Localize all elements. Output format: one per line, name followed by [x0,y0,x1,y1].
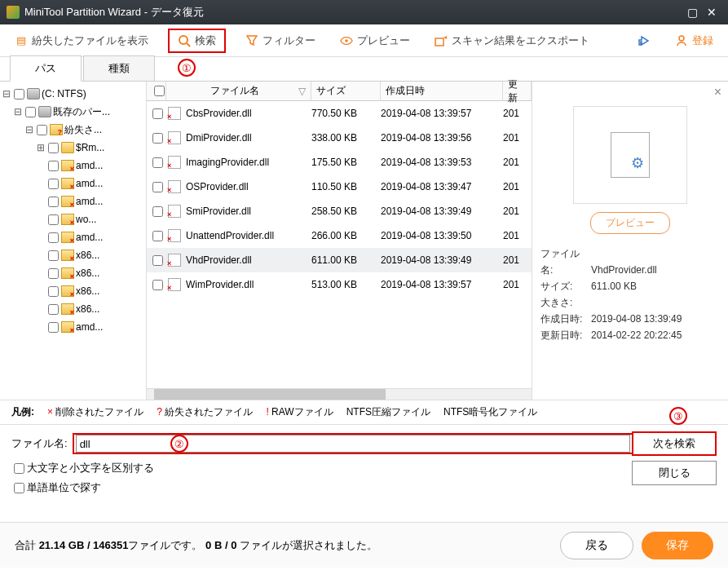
tree-checkbox[interactable] [48,214,59,225]
row-checkbox[interactable] [152,206,163,217]
expander-icon[interactable]: ⊞ [36,142,46,153]
search-close-button[interactable]: 閉じる [632,461,717,485]
whole-word-checkbox[interactable] [14,483,24,493]
file-row[interactable]: SmiProvider.dll258.50 KB2019-04-08 13:39… [147,199,532,223]
tree-checkbox[interactable] [48,143,59,153]
tree-checkbox[interactable] [48,250,59,261]
tree-item: x86... [76,267,99,279]
expander-icon[interactable] [36,267,46,279]
col-created[interactable]: 作成日時 [381,82,503,100]
file-row[interactable]: UnattendProvider.dll266.00 KB2019-04-08 … [147,223,532,248]
tree-checkbox[interactable] [14,89,24,99]
file-size: 611.00 KB [311,254,381,266]
list-icon: ▤ [15,34,28,47]
file-created: 2019-04-08 13:39:57 [381,108,503,119]
row-checkbox[interactable] [152,108,163,119]
list-body[interactable]: CbsProvider.dll770.50 KB2019-04-08 13:39… [147,101,532,388]
col-updated[interactable]: 更新 [503,82,532,100]
file-row[interactable]: CbsProvider.dll770.50 KB2019-04-08 13:39… [147,101,532,126]
folder-tree[interactable]: ⊟(C: NTFS) ⊟既存のパー... ⊟紛失さ... ⊞$Rm... amd… [0,82,147,400]
export-button[interactable]: スキャン結果をエクスポート [430,30,594,51]
tree-checkbox[interactable] [25,107,36,117]
expander-icon[interactable] [36,285,46,297]
annotation-3: ③ [669,407,687,425]
legend-ntfs-comp: NTFS圧縮ファイル [346,405,430,419]
tree-checkbox[interactable] [37,125,47,135]
file-row[interactable]: ImagingProvider.dll175.50 KB2019-04-08 1… [147,150,532,175]
tree-checkbox[interactable] [48,161,59,171]
file-row[interactable]: WimProvider.dll513.00 KB2019-04-08 13:39… [147,272,532,297]
row-checkbox[interactable] [152,255,163,266]
tab-path[interactable]: パス [10,55,82,82]
expander-icon[interactable] [36,232,46,243]
folder-deleted-icon [61,321,74,333]
tree-checkbox[interactable] [48,286,59,297]
list-header: ファイル名▽ サイズ 作成日時 更新 [147,82,532,101]
show-lost-files-button[interactable]: ▤ 紛失したファイルを表示 [10,30,153,51]
share-button[interactable] [633,31,655,51]
tree-item: x86... [76,250,99,261]
svg-line-1 [187,43,190,46]
tab-type[interactable]: 種類 [83,55,155,81]
file-created: 2019-04-08 13:39:50 [381,230,503,241]
col-name[interactable]: ファイル名▽ [166,82,311,100]
maximize-button[interactable]: ▢ [682,6,702,19]
meta-size: 611.00 KB [591,281,637,292]
row-checkbox[interactable] [152,280,163,290]
tree-item: amd... [76,232,103,243]
expander-icon[interactable]: ⊟ [2,88,11,99]
file-name: CbsProvider.dll [186,108,311,119]
save-button[interactable]: 保存 [642,532,713,559]
tree-checkbox[interactable] [48,322,59,333]
tree-checkbox[interactable] [48,232,59,243]
file-icon [168,107,181,120]
meta-created: 2019-04-08 13:39:49 [591,313,682,325]
preview-button[interactable]: プレビュー [335,30,415,51]
file-name: SmiProvider.dll [186,206,311,217]
col-size[interactable]: サイズ [311,82,381,100]
file-name: DmiProvider.dll [186,132,311,144]
tree-item: amd... [76,321,103,333]
tree-checkbox[interactable] [48,268,59,279]
row-checkbox[interactable] [152,133,163,144]
select-all-checkbox[interactable] [154,86,165,96]
expander-icon[interactable]: ⊟ [13,106,23,117]
expander-icon[interactable] [36,214,46,225]
tree-checkbox[interactable] [48,197,59,207]
file-row[interactable]: DmiProvider.dll338.00 KB2019-04-08 13:39… [147,126,532,150]
row-checkbox[interactable] [152,231,163,241]
export-icon [435,34,448,47]
expander-icon[interactable] [36,321,46,333]
file-row[interactable]: OSProvider.dll110.50 KB2019-04-08 13:39:… [147,175,532,199]
close-preview-icon[interactable]: × [714,85,721,99]
row-checkbox[interactable] [152,182,163,192]
row-checkbox[interactable] [152,157,163,168]
file-size: 338.00 KB [311,132,381,144]
register-button[interactable]: 登録 [670,30,718,51]
match-case-checkbox[interactable] [14,463,24,474]
legend-title: 凡例: [11,405,34,419]
expander-icon[interactable]: ⊟ [24,124,34,135]
toolbar: ▤ 紛失したファイルを表示 検索 フィルター プレビュー スキャン結果をエクスポ… [0,24,728,57]
file-icon [168,254,181,267]
close-button[interactable]: ✕ [702,6,721,19]
search-filename-input[interactable] [76,435,630,453]
filter-button[interactable]: フィルター [240,30,320,51]
file-row[interactable]: VhdProvider.dll611.00 KB2019-04-08 13:39… [147,248,532,272]
expander-icon[interactable] [36,303,46,315]
search-pane: ③ ファイル名: ② 大文字と小文字を区別する 単語単位で探す 次を検索 閉じる [0,424,728,522]
search-button[interactable]: 検索 [168,29,226,53]
expander-icon[interactable] [36,250,46,261]
back-button[interactable]: 戻る [560,532,633,559]
tree-item: wo... [76,214,96,225]
find-next-button[interactable]: 次を検索 [632,431,717,456]
horizontal-scrollbar[interactable] [147,388,532,400]
expander-icon[interactable] [36,178,46,189]
tree-checkbox[interactable] [48,304,59,315]
folder-deleted-icon [61,250,74,261]
expander-icon[interactable] [36,196,46,207]
tree-checkbox[interactable] [48,179,59,189]
expander-icon[interactable] [36,160,46,171]
preview-open-button[interactable]: プレビュー [590,212,670,234]
svg-point-0 [179,36,188,44]
